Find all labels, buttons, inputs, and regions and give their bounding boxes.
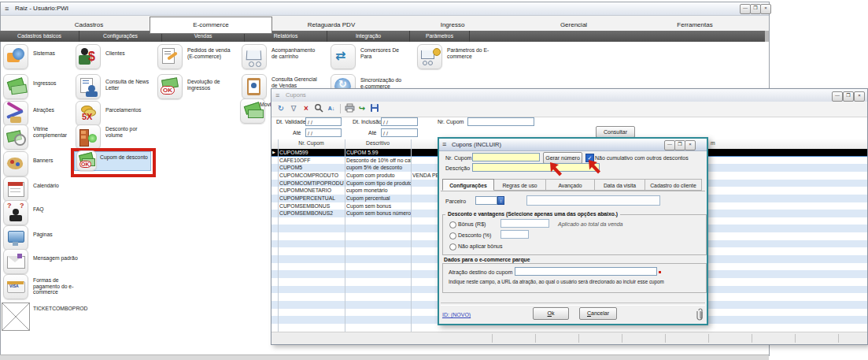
nav-clientes[interactable]: Clientes [105, 50, 151, 57]
nav-conversores-de-para[interactable]: Conversores De Para [360, 47, 406, 59]
faq-icon[interactable]: ? ? [3, 200, 28, 225]
close-button[interactable]: × [760, 4, 771, 14]
dialog-minimize-button[interactable]: — [664, 140, 675, 150]
dialog-titlebar: ≡ Cupons (INCLUIR) — ❐ × [439, 139, 707, 151]
clientes-icon[interactable]: $ [76, 44, 101, 69]
nav-sistemas[interactable]: Sistemas [33, 50, 79, 57]
dialog-tab-avancado[interactable]: Avançado [546, 179, 595, 191]
nav-parametros-ecommerce[interactable]: Parâmetros do E-commerce [447, 47, 493, 59]
nav-pedidos-de-venda[interactable]: Pedidos de venda (E-commerce) [187, 47, 233, 59]
nav-desconto-por-volume[interactable]: Desconto por volume [105, 126, 151, 138]
nav-acompanhamento-carrinho[interactable]: Acompanhamento de carrinho [271, 47, 317, 59]
export-icon[interactable]: ↪ [356, 103, 368, 114]
restore-button[interactable]: ❐ [750, 4, 761, 14]
acompanhamento-carrinho-icon[interactable] [242, 44, 267, 69]
conversores-de-para-icon[interactable]: ⇄ [331, 44, 356, 69]
nav-sincronizacao-ecommerce[interactable]: Sincronização do e-commerce [360, 77, 406, 89]
consulta-news-letter-icon[interactable] [76, 74, 101, 99]
cupons-restore-button[interactable]: ❐ [843, 91, 854, 102]
print-icon[interactable] [344, 103, 355, 114]
paginas-icon[interactable] [3, 225, 28, 251]
bonus-label[interactable]: Bônus (R$) [458, 221, 486, 227]
ate-inclusao-input[interactable]: / / [381, 128, 418, 137]
dialog-tab-configuracoes[interactable]: Configurações [442, 179, 494, 191]
atracao-input[interactable] [515, 267, 657, 276]
dialog-tab-regras-de-uso[interactable]: Regras de uso [494, 179, 546, 191]
nav-calendario[interactable]: Calendário [33, 183, 79, 189]
nav-vitrine-complementar[interactable]: Vitrine complementar [33, 126, 79, 138]
nav-ticketcomboprod[interactable]: TICKETCOMBOPROD [33, 306, 104, 312]
nav-parcelamentos[interactable]: Parcelamentos [105, 107, 151, 113]
save-icon[interactable] [369, 103, 380, 114]
minimize-button[interactable]: — [740, 4, 751, 14]
ingressos-icon[interactable] [3, 74, 28, 99]
nav-paginas[interactable]: Páginas [33, 232, 79, 238]
clear-filter-icon[interactable]: × [301, 103, 312, 114]
pedidos-de-venda-icon[interactable] [157, 44, 183, 69]
dt-validade-input[interactable]: / / [305, 117, 342, 126]
banners-icon[interactable] [3, 151, 28, 176]
dialog-menu-hamburger-icon[interactable]: ≡ [442, 139, 446, 150]
nav-faq[interactable]: FAQ [33, 206, 79, 213]
nav-formas-pagamento[interactable]: Formas de pagamento do e-commerce [33, 277, 79, 295]
col-header-descritivo[interactable]: Descritivo [345, 140, 411, 146]
sort-icon[interactable]: A↓ [326, 103, 337, 114]
cupons-menu-hamburger-icon[interactable]: ≡ [275, 89, 279, 102]
bonus-input[interactable] [500, 219, 549, 228]
nao-aplicar-radio[interactable] [449, 243, 456, 251]
nao-cumulativo-label[interactable]: Não cumulativo com outros descontos [595, 155, 697, 161]
calendario-icon[interactable] [3, 176, 28, 202]
refresh-icon[interactable]: ↻ [275, 103, 286, 114]
bonus-radio[interactable] [449, 221, 456, 228]
search-icon[interactable] [313, 103, 324, 114]
menu-integracao[interactable]: Integração [327, 31, 410, 42]
parceiro-lookup-button[interactable]: ↕ [497, 196, 504, 205]
desconto-radio[interactable] [449, 232, 456, 239]
col-header-nr-cupom[interactable]: Nr. Cupom [278, 140, 345, 146]
nao-aplicar-label[interactable]: Não aplicar bônus [458, 243, 502, 249]
nav-cupom-de-desconto[interactable]: Cupom de desconto [100, 154, 149, 161]
parceiro-input[interactable] [475, 196, 497, 205]
nav-devolucao-de-ingressos[interactable]: Devolução de ingressos [187, 79, 233, 91]
nav-consulta-gerencial-vendas[interactable]: Consulta Gerencial de Vendas [271, 76, 317, 88]
formas-pagamento-icon[interactable]: VISA [3, 274, 28, 299]
ok-button[interactable]: Ok [533, 307, 569, 320]
cupom-de-desconto-icon[interactable]: OK [76, 150, 97, 171]
nav-atracoes[interactable]: Atrações [33, 107, 79, 113]
desconto-por-volume-icon[interactable] [76, 124, 101, 150]
id-novo-link[interactable]: ID: (NOVO) [442, 312, 471, 317]
parametros-ecommerce-icon[interactable] [417, 44, 442, 69]
nr-cupom-filter-input[interactable] [467, 117, 534, 126]
desconto-label[interactable]: Desconto (%) [458, 232, 491, 238]
cancelar-button[interactable]: Cancelar [579, 307, 617, 320]
dialog-close-button[interactable]: × [685, 140, 696, 150]
sistemas-icon[interactable] [3, 44, 28, 69]
devolucao-de-ingressos-icon[interactable]: OK [157, 74, 183, 99]
parcelamentos-icon[interactable]: 5X [76, 101, 101, 126]
nav-mensagem-padrao[interactable]: Mensagem padrão [33, 255, 79, 262]
nav-ingressos[interactable]: Ingressos [33, 80, 79, 87]
mensagem-padrao-icon[interactable] [3, 249, 28, 274]
cupons-minimize-button[interactable]: — [832, 91, 843, 102]
dialog-descricao-input[interactable] [472, 163, 600, 172]
atracoes-icon[interactable] [3, 101, 28, 126]
dialog-nr-cupom-input[interactable] [472, 153, 540, 161]
desconto-input[interactable] [500, 230, 529, 239]
cupons-close-button[interactable]: × [854, 91, 865, 102]
ticketcomboprod-icon[interactable] [2, 302, 30, 331]
paperclip-icon[interactable] [696, 306, 704, 322]
ate-validade-input[interactable]: / / [305, 128, 342, 137]
vitrine-complementar-icon[interactable] [3, 124, 28, 150]
consulta-gerencial-vendas-icon[interactable] [242, 74, 267, 99]
nav-consulta-news-letter[interactable]: Consulta de News Letter [105, 79, 151, 91]
dialog-tab-cadastro-do-cliente[interactable]: Cadastro do cliente [645, 179, 702, 191]
consultar-button[interactable]: Consultar [596, 126, 635, 138]
filter-icon[interactable]: ∇ [288, 103, 299, 114]
menu-parametros[interactable]: Parâmetros [410, 31, 470, 42]
tab-ecommerce[interactable]: E-commerce [150, 17, 272, 34]
dialog-tab-data-da-visita[interactable]: Data da visita [595, 179, 645, 191]
dialog-restore-button[interactable]: ❐ [674, 140, 685, 150]
menu-cadastros-basicos[interactable]: Cadastros básicos [0, 31, 79, 42]
menu-hamburger-icon[interactable]: ≡ [5, 2, 9, 15]
dt-inclusao-input[interactable]: / / [381, 117, 418, 126]
